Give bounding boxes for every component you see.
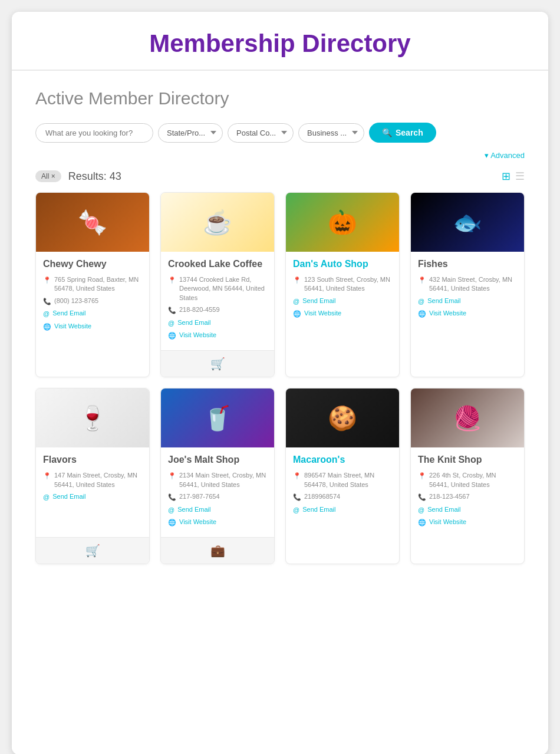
card-email-fishes[interactable]: @Send Email [418, 297, 517, 306]
card-the-knit-shop: 🧶The Knit Shop📍226 4th St, Crosby, MN 56… [410, 388, 525, 564]
state-select[interactable]: State/Pro... [158, 123, 223, 143]
postal-select[interactable]: Postal Co... [228, 123, 294, 143]
card-flavors: 🍷Flavors📍147 Main Street, Crosby, MN 564… [35, 388, 150, 564]
list-view-icon[interactable]: ☰ [515, 170, 525, 183]
website-icon: 🌐 [418, 518, 426, 527]
visit-website-link-chewy-chewy[interactable]: Visit Website [54, 322, 91, 331]
card-address-dans-auto-shop: 📍123 South Street, Crosby, MN 56441, Uni… [293, 275, 392, 294]
briefcase-icon: 💼 [210, 544, 225, 558]
card-body-joes-malt-shop: Joe's Malt Shop📍2134 Main Street, Crosby… [161, 447, 274, 537]
card-website-fishes[interactable]: 🌐Visit Website [418, 309, 517, 318]
search-input[interactable] [35, 123, 153, 143]
card-title-joes-malt-shop: Joe's Malt Shop [168, 455, 267, 465]
card-body-dans-auto-shop: Dan's Auto Shop📍123 South Street, Crosby… [286, 252, 399, 377]
send-email-link-macaroons[interactable]: Send Email [302, 505, 335, 514]
location-icon: 📍 [43, 472, 51, 480]
email-icon: @ [43, 493, 50, 502]
card-fishes: 🐟Fishes📍432 Main Street, Crosby, MN 5644… [410, 192, 525, 377]
search-bar: State/Pro... Postal Co... Business ... 🔍… [35, 123, 525, 143]
visit-website-link-joes-malt-shop[interactable]: Visit Website [179, 518, 216, 526]
phone-icon: 📞 [418, 493, 426, 502]
card-website-crooked-lake-coffee[interactable]: 🌐Visit Website [168, 331, 267, 340]
card-image-flavors: 🍷 [36, 388, 149, 447]
email-icon: @ [418, 297, 424, 306]
card-title-macaroons: Macaroon's [293, 455, 392, 465]
send-email-link-joes-malt-shop[interactable]: Send Email [177, 505, 210, 514]
location-icon: 📍 [168, 276, 176, 285]
send-email-link-flavors[interactable]: Send Email [52, 492, 85, 501]
location-icon: 📍 [43, 276, 51, 285]
card-phone-joes-malt-shop: 📞217-987-7654 [168, 492, 267, 502]
send-email-link-the-knit-shop[interactable]: Send Email [427, 505, 460, 514]
website-icon: 🌐 [168, 518, 176, 527]
card-joes-malt-shop: 🥤Joe's Malt Shop📍2134 Main Street, Crosb… [160, 388, 275, 564]
card-chewy-chewy: 🍬Chewy Chewy📍765 Spring Road, Baxter, MN… [35, 192, 150, 377]
send-email-link-chewy-chewy[interactable]: Send Email [52, 309, 85, 318]
card-email-flavors[interactable]: @Send Email [43, 492, 142, 502]
card-footer-crooked-lake-coffee[interactable]: 🛒 [161, 350, 274, 377]
card-body-macaroons: Macaroon's📍896547 Main Street, MN 564478… [286, 447, 399, 564]
cards-grid: 🍬Chewy Chewy📍765 Spring Road, Baxter, MN… [35, 192, 525, 564]
card-website-chewy-chewy[interactable]: 🌐Visit Website [43, 322, 142, 331]
advanced-link[interactable]: ▾ Advanced [485, 151, 525, 160]
website-icon: 🌐 [418, 309, 426, 318]
phone-icon: 📞 [168, 493, 176, 502]
card-title-crooked-lake-coffee: Crooked Lake Coffee [168, 259, 267, 269]
send-email-link-fishes[interactable]: Send Email [427, 297, 460, 305]
visit-website-link-the-knit-shop[interactable]: Visit Website [429, 518, 466, 526]
all-filter-tag[interactable]: All × [35, 170, 61, 182]
card-title-dans-auto-shop: Dan's Auto Shop [293, 259, 392, 269]
card-email-macaroons[interactable]: @Send Email [293, 505, 392, 515]
grid-view-icon[interactable]: ⊞ [502, 170, 510, 183]
card-website-joes-malt-shop[interactable]: 🌐Visit Website [168, 518, 267, 527]
card-email-the-knit-shop[interactable]: @Send Email [418, 505, 517, 515]
card-body-crooked-lake-coffee: Crooked Lake Coffee📍13744 Crooked Lake R… [161, 252, 274, 350]
card-image-joes-malt-shop: 🥤 [161, 388, 274, 447]
card-footer-joes-malt-shop[interactable]: 💼 [161, 537, 274, 564]
card-email-joes-malt-shop[interactable]: @Send Email [168, 505, 267, 515]
search-button-label: Search [396, 128, 423, 137]
send-email-link-crooked-lake-coffee[interactable]: Send Email [177, 318, 210, 327]
page-title: Membership Directory [24, 29, 536, 58]
card-title-chewy-chewy: Chewy Chewy [43, 259, 142, 269]
card-phone-chewy-chewy: 📞(800) 123-8765 [43, 297, 142, 306]
advanced-link-container: ▾ Advanced [35, 150, 525, 160]
card-dans-auto-shop: 🎃Dan's Auto Shop📍123 South Street, Crosb… [285, 192, 400, 377]
email-icon: @ [168, 319, 174, 328]
card-address-the-knit-shop: 📍226 4th St, Crosby, MN 56441, United St… [418, 471, 517, 489]
card-title-fishes: Fishes [418, 259, 517, 269]
card-email-chewy-chewy[interactable]: @Send Email [43, 309, 142, 318]
search-button[interactable]: 🔍 Search [369, 123, 436, 143]
filter-row: All × Results: 43 ⊞ ☰ [35, 170, 525, 183]
email-icon: @ [293, 297, 299, 306]
card-image-dans-auto-shop: 🎃 [286, 193, 399, 252]
card-address-chewy-chewy: 📍765 Spring Road, Baxter, MN 56478, Unit… [43, 275, 142, 294]
business-select[interactable]: Business ... [298, 123, 364, 143]
card-body-fishes: Fishes📍432 Main Street, Crosby, MN 56441… [411, 252, 524, 377]
card-macaroons: 🍪Macaroon's📍896547 Main Street, MN 56447… [285, 388, 400, 564]
cart-icon: 🛒 [85, 544, 100, 558]
send-email-link-dans-auto-shop[interactable]: Send Email [302, 297, 335, 305]
card-image-macaroons: 🍪 [286, 388, 399, 447]
results-count: Results: 43 [68, 170, 121, 183]
visit-website-link-fishes[interactable]: Visit Website [429, 309, 466, 318]
phone-icon: 📞 [43, 297, 51, 306]
card-address-crooked-lake-coffee: 📍13744 Crooked Lake Rd, Deerwood, MN 564… [168, 275, 267, 302]
card-address-fishes: 📍432 Main Street, Crosby, MN 56441, Unit… [418, 275, 517, 294]
card-address-flavors: 📍147 Main Street, Crosby, MN 56441, Unit… [43, 471, 142, 489]
card-email-crooked-lake-coffee[interactable]: @Send Email [168, 318, 267, 328]
card-website-the-knit-shop[interactable]: 🌐Visit Website [418, 518, 517, 527]
card-image-the-knit-shop: 🧶 [411, 388, 524, 447]
card-website-dans-auto-shop[interactable]: 🌐Visit Website [293, 309, 392, 318]
card-image-chewy-chewy: 🍬 [36, 193, 149, 252]
card-email-dans-auto-shop[interactable]: @Send Email [293, 297, 392, 306]
card-phone-macaroons: 📞2189968574 [293, 492, 392, 502]
card-phone-crooked-lake-coffee: 📞218-820-4559 [168, 305, 267, 315]
location-icon: 📍 [293, 472, 301, 480]
card-footer-flavors[interactable]: 🛒 [36, 537, 149, 564]
visit-website-link-dans-auto-shop[interactable]: Visit Website [304, 309, 341, 318]
filter-left: All × Results: 43 [35, 170, 121, 183]
visit-website-link-crooked-lake-coffee[interactable]: Visit Website [179, 331, 216, 340]
card-image-fishes: 🐟 [411, 193, 524, 252]
card-body-chewy-chewy: Chewy Chewy📍765 Spring Road, Baxter, MN … [36, 252, 149, 377]
